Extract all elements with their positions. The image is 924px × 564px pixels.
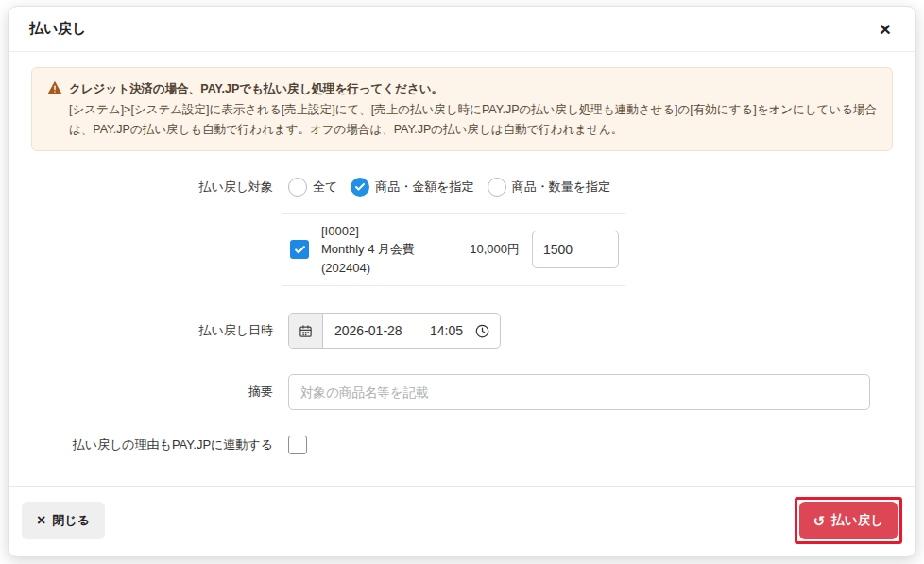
product-row: [I0002] Monthly 4 月会費 (202404) 10,000円 — [282, 213, 625, 287]
radio-icon — [488, 178, 506, 197]
refund-datetime-row: 払い戻し日時 — [31, 313, 893, 349]
close-icon[interactable]: × — [876, 17, 895, 41]
modal-header: 払い戻し × — [9, 7, 915, 52]
calendar-icon[interactable] — [289, 314, 323, 348]
refund-target-row: 払い戻し対象 全て 商品・金額を指定 商品・数量を指定 — [31, 178, 893, 197]
click-annotation: ↺ 払い戻し — [795, 497, 902, 544]
radio-option-item-amount[interactable]: 商品・金額を指定 — [351, 178, 473, 197]
radio-option-item-quantity[interactable]: 商品・数量を指定 — [488, 178, 610, 197]
close-button-label: 閉じる — [52, 512, 90, 529]
clock-icon — [475, 324, 489, 338]
refund-date-input[interactable] — [323, 314, 419, 348]
refund-target-label: 払い戻し対象 — [31, 179, 288, 196]
warning-alert: クレジット決済の場合、PAY.JPでも払い戻し処理を行ってください。 [システム… — [31, 67, 893, 151]
refund-time-input[interactable] — [430, 323, 468, 338]
radio-label: 全て — [313, 179, 337, 196]
warning-line1: クレジット決済の場合、PAY.JPでも払い戻し処理を行ってください。 — [69, 79, 443, 98]
refund-submit-button[interactable]: ↺ 払い戻し — [799, 502, 898, 539]
summary-row: 摘要 — [31, 374, 893, 410]
sync-reason-row: 払い戻しの理由もPAY.JPに連動する — [31, 436, 893, 454]
close-x-icon: × — [37, 513, 45, 528]
time-cell — [419, 314, 500, 348]
close-button[interactable]: × 閉じる — [22, 502, 105, 539]
summary-input[interactable] — [288, 374, 870, 410]
refund-datetime-controls — [288, 313, 893, 349]
product-price: 10,000円 — [470, 241, 520, 258]
radio-checked-icon — [351, 178, 369, 197]
product-code: [I0002] — [321, 222, 457, 241]
sync-reason-label: 払い戻しの理由もPAY.JPに連動する — [31, 436, 288, 453]
warning-line2: [システム]>[システム設定]に表示される[売上設定]にて、[売上の払い戻し時に… — [47, 100, 877, 139]
datetime-input-group — [288, 313, 501, 349]
summary-label: 摘要 — [31, 384, 288, 401]
modal-footer: × 閉じる ↺ 払い戻し — [9, 486, 915, 556]
refund-amount-input[interactable] — [532, 231, 619, 268]
radio-label: 商品・数量を指定 — [512, 179, 610, 196]
modal-body: クレジット決済の場合、PAY.JPでも払い戻し処理を行ってください。 [システム… — [9, 52, 915, 486]
warning-icon — [47, 80, 62, 100]
sync-reason-checkbox[interactable] — [288, 436, 307, 454]
warning-headline: クレジット決済の場合、PAY.JPでも払い戻し処理を行ってください。 — [47, 79, 877, 100]
radio-option-all[interactable]: 全て — [288, 178, 337, 197]
product-checkbox[interactable] — [290, 240, 309, 259]
refund-datetime-label: 払い戻し日時 — [31, 322, 288, 339]
refund-target-radio-group: 全て 商品・金額を指定 商品・数量を指定 — [288, 178, 893, 197]
radio-label: 商品・金額を指定 — [375, 179, 473, 196]
radio-icon — [288, 178, 307, 197]
product-title: Monthly 4 月会費 (202404) — [321, 240, 457, 277]
refund-submit-label: 払い戻し — [831, 512, 883, 529]
undo-icon: ↺ — [813, 514, 826, 528]
product-name: [I0002] Monthly 4 月会費 (202404) — [321, 222, 457, 278]
refund-modal: 払い戻し × クレジット決済の場合、PAY.JPでも払い戻し処理を行ってください… — [8, 6, 916, 557]
modal-title: 払い戻し — [29, 20, 87, 38]
